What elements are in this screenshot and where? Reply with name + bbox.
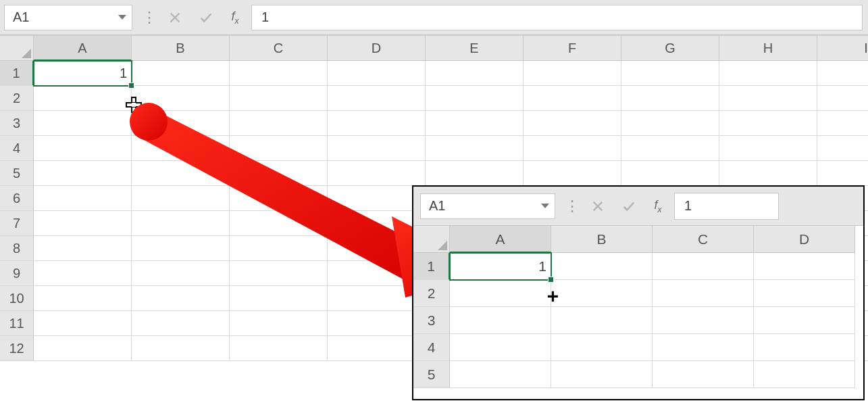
inset-cell-C3[interactable]	[653, 307, 754, 334]
dropdown-icon[interactable]	[118, 15, 126, 20]
inset-fill-handle[interactable]	[548, 277, 554, 283]
cell-I1[interactable]	[817, 61, 868, 86]
cell-E3[interactable]	[426, 111, 524, 136]
cell-D2[interactable]	[328, 86, 426, 111]
cell-I2[interactable]	[817, 86, 868, 111]
cell-B10[interactable]	[132, 286, 230, 311]
inset-cell-B1[interactable]	[551, 253, 653, 280]
cell-D5[interactable]	[328, 161, 426, 186]
cell-B6[interactable]	[132, 186, 230, 211]
inset-cell-B2[interactable]	[551, 280, 653, 307]
inset-row-header-2[interactable]: 2	[413, 280, 450, 307]
cell-A6[interactable]	[34, 186, 132, 211]
inset-cell-A5[interactable]	[450, 361, 551, 388]
cell-G5[interactable]	[621, 161, 719, 186]
inset-column-header-D[interactable]: D	[754, 226, 855, 253]
inset-column-header-B[interactable]: B	[551, 226, 653, 253]
dropdown-icon[interactable]	[541, 204, 549, 208]
row-header-2[interactable]: 2	[0, 86, 34, 111]
inset-column-header-A[interactable]: A	[450, 226, 551, 253]
cell-A12[interactable]	[34, 336, 132, 361]
inset-row-header-5[interactable]: 5	[413, 361, 450, 388]
cell-D10[interactable]	[328, 286, 426, 311]
inset-cell-A2[interactable]	[450, 280, 551, 307]
cell-C12[interactable]	[230, 336, 328, 361]
fx-button[interactable]: fx	[222, 9, 249, 26]
inset-select-all-corner[interactable]	[413, 226, 450, 253]
cell-B8[interactable]	[132, 236, 230, 261]
inset-cell-D5[interactable]	[754, 361, 855, 388]
cell-C2[interactable]	[230, 86, 328, 111]
cell-E1[interactable]	[426, 61, 524, 86]
cell-C9[interactable]	[230, 261, 328, 286]
cell-F5[interactable]	[524, 161, 621, 186]
cell-F3[interactable]	[524, 111, 621, 136]
cell-B1[interactable]	[132, 61, 230, 86]
cell-A9[interactable]	[34, 261, 132, 286]
cell-H1[interactable]	[719, 61, 817, 86]
cell-G4[interactable]	[621, 136, 719, 161]
cell-A11[interactable]	[34, 311, 132, 336]
inset-cell-B4[interactable]	[551, 334, 653, 361]
inset-cell-C4[interactable]	[653, 334, 754, 361]
cell-A5[interactable]	[34, 161, 132, 186]
row-header-3[interactable]: 3	[0, 111, 34, 136]
cell-B9[interactable]	[132, 261, 230, 286]
cell-D9[interactable]	[328, 261, 426, 286]
cell-A7[interactable]	[34, 211, 132, 236]
row-header-10[interactable]: 10	[0, 286, 34, 311]
inset-spreadsheet-grid[interactable]: ABCD112345	[413, 226, 863, 388]
inset-row-header-3[interactable]: 3	[413, 307, 450, 334]
column-header-E[interactable]: E	[426, 36, 524, 61]
confirm-button[interactable]	[190, 5, 222, 30]
inset-name-box[interactable]: A1	[420, 193, 555, 219]
cell-H5[interactable]	[719, 161, 817, 186]
cell-I3[interactable]	[817, 111, 868, 136]
cell-E2[interactable]	[426, 86, 524, 111]
inset-confirm-button[interactable]	[613, 193, 644, 219]
row-header-11[interactable]: 11	[0, 311, 34, 336]
inset-column-header-C[interactable]: C	[653, 226, 754, 253]
cell-D7[interactable]	[328, 211, 426, 236]
cell-C10[interactable]	[230, 286, 328, 311]
inset-cell-B3[interactable]	[551, 307, 653, 334]
row-header-9[interactable]: 9	[0, 261, 34, 286]
cell-H2[interactable]	[719, 86, 817, 111]
cell-I4[interactable]	[817, 136, 868, 161]
cell-D11[interactable]	[328, 311, 426, 336]
inset-formula-input[interactable]: 1	[674, 193, 779, 220]
cell-A3[interactable]	[34, 111, 132, 136]
cell-D6[interactable]	[328, 186, 426, 211]
cell-I5[interactable]	[817, 161, 868, 186]
cell-G1[interactable]	[621, 61, 719, 86]
cell-A2[interactable]	[34, 86, 132, 111]
cell-C5[interactable]	[230, 161, 328, 186]
cell-C1[interactable]	[230, 61, 328, 86]
inset-cell-C1[interactable]	[653, 253, 754, 280]
inset-cell-C2[interactable]	[653, 280, 754, 307]
cell-F4[interactable]	[524, 136, 621, 161]
column-header-F[interactable]: F	[524, 36, 621, 61]
inset-cell-B5[interactable]	[551, 361, 653, 388]
inset-cell-D4[interactable]	[754, 334, 855, 361]
cell-H3[interactable]	[719, 111, 817, 136]
cell-G2[interactable]	[621, 86, 719, 111]
cell-A8[interactable]	[34, 236, 132, 261]
cell-F2[interactable]	[524, 86, 621, 111]
cell-G3[interactable]	[621, 111, 719, 136]
inset-cell-D3[interactable]	[754, 307, 855, 334]
cell-E5[interactable]	[426, 161, 524, 186]
inset-cell-C5[interactable]	[653, 361, 754, 388]
cell-D4[interactable]	[328, 136, 426, 161]
cell-E4[interactable]	[426, 136, 524, 161]
cell-D8[interactable]	[328, 236, 426, 261]
cell-B3[interactable]	[132, 111, 230, 136]
column-header-H[interactable]: H	[719, 36, 817, 61]
cell-B11[interactable]	[132, 311, 230, 336]
row-header-1[interactable]: 1	[0, 61, 34, 86]
row-header-6[interactable]: 6	[0, 186, 34, 211]
cell-C11[interactable]	[230, 311, 328, 336]
cell-A4[interactable]	[34, 136, 132, 161]
cell-B5[interactable]	[132, 161, 230, 186]
inset-cell-A3[interactable]	[450, 307, 551, 334]
